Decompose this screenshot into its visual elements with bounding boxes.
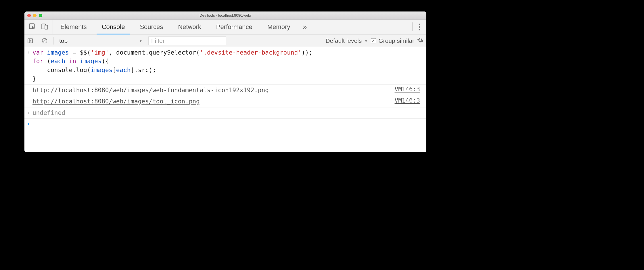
- tab-memory[interactable]: Memory: [260, 20, 298, 34]
- log-message-link[interactable]: http://localhost:8080/web/images/tool_ic…: [32, 98, 200, 105]
- console-output[interactable]: › var images = $$('img', document.queryS…: [24, 47, 426, 152]
- log-levels-selector[interactable]: Default levels ▼: [325, 37, 368, 44]
- prompt-chevron-icon: ›: [27, 120, 30, 127]
- clear-console-button[interactable]: [39, 38, 50, 44]
- window-title: DevTools - localhost:8080/web/: [24, 13, 426, 18]
- source-link[interactable]: VM146:3: [394, 97, 420, 104]
- panel-tabs: Elements Console Sources Network Perform…: [24, 20, 426, 34]
- console-toolbar: top ▼ Default levels ▼ ✓ Group similar: [24, 34, 426, 47]
- zoom-window-button[interactable]: [39, 14, 42, 17]
- tab-sources[interactable]: Sources: [132, 20, 170, 34]
- tab-performance[interactable]: Performance: [209, 20, 260, 34]
- tab-elements[interactable]: Elements: [53, 20, 94, 34]
- console-log-row: http://localhost:8080/web/images/web-fun…: [24, 85, 426, 96]
- console-log-row: http://localhost:8080/web/images/tool_ic…: [24, 96, 426, 107]
- source-link[interactable]: VM146:3: [394, 86, 420, 93]
- toggle-device-toolbar-icon[interactable]: [41, 23, 49, 31]
- input-chevron-icon: ›: [27, 49, 30, 56]
- tab-console[interactable]: Console: [94, 20, 133, 34]
- return-chevron-icon: ‹: [27, 109, 30, 116]
- context-label: top: [59, 37, 68, 44]
- svg-point-5: [419, 29, 420, 30]
- tab-list: Elements Console Sources Network Perform…: [53, 20, 298, 34]
- dropdown-icon: ▼: [139, 38, 143, 43]
- tab-network[interactable]: Network: [170, 20, 209, 34]
- svg-rect-2: [45, 25, 48, 29]
- inspect-element-icon[interactable]: [28, 23, 36, 31]
- console-prompt-row[interactable]: ›: [24, 119, 426, 128]
- svg-point-3: [419, 24, 420, 25]
- entered-code: var images = $$('img', document.querySel…: [32, 48, 424, 83]
- close-window-button[interactable]: [27, 14, 31, 17]
- console-return-row: ‹ undefined: [24, 107, 426, 119]
- devtools-window: DevTools - localhost:8080/web/ Elements …: [24, 11, 426, 152]
- tabs-overflow-button[interactable]: »: [298, 20, 312, 34]
- checkbox-icon: ✓: [371, 38, 376, 43]
- return-value: undefined: [32, 109, 424, 117]
- filter-input[interactable]: [148, 36, 226, 45]
- console-settings-button[interactable]: [417, 37, 423, 45]
- dropdown-icon: ▼: [364, 38, 368, 43]
- log-message-link[interactable]: http://localhost:8080/web/images/web-fun…: [32, 87, 269, 94]
- svg-line-9: [43, 39, 46, 42]
- window-controls: [27, 14, 42, 17]
- toggle-sidebar-button[interactable]: [24, 38, 36, 44]
- group-similar-checkbox[interactable]: ✓ Group similar: [371, 37, 414, 44]
- devtools-menu-button[interactable]: [413, 20, 426, 34]
- svg-point-4: [419, 26, 420, 28]
- execution-context-selector[interactable]: top ▼: [56, 36, 145, 45]
- console-input-echo: › var images = $$('img', document.queryS…: [24, 47, 426, 85]
- minimize-window-button[interactable]: [33, 14, 37, 17]
- svg-rect-6: [28, 38, 33, 43]
- titlebar: DevTools - localhost:8080/web/: [24, 11, 426, 20]
